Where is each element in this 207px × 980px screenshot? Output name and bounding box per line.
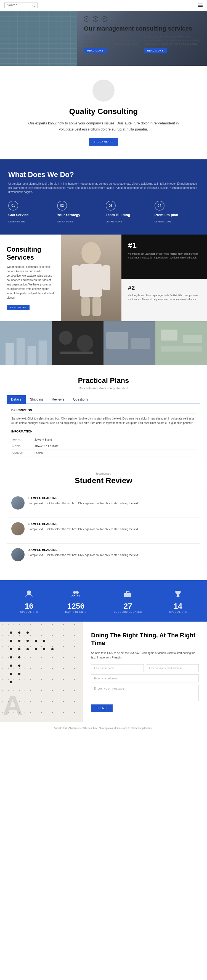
consulting-rank2-text: Vel fringilla est ullamcorper eget nulla… — [128, 294, 201, 301]
gallery-item-3 — [104, 321, 156, 365]
doing-form-name-email-row — [91, 664, 199, 672]
what-card-3-num: 03 — [106, 201, 116, 211]
what-title: What Does We Do? — [8, 170, 199, 179]
svg-point-46 — [18, 656, 21, 659]
svg-rect-12 — [39, 340, 47, 365]
svg-point-34 — [10, 640, 12, 642]
svg-point-38 — [43, 640, 45, 642]
svg-point-49 — [10, 673, 12, 675]
what-card-2-link[interactable]: LEARN MORE — [57, 220, 74, 223]
doing-address-input[interactable] — [91, 675, 199, 682]
svg-rect-5 — [102, 266, 111, 290]
review-content-1: SAMPLE HEADLINE Sample text. Click to se… — [29, 496, 196, 509]
plans-tab-questions[interactable]: Questions — [69, 395, 93, 404]
stat-label-1: SPECIALISTS — [21, 611, 38, 613]
consulting-left: Consulting Services We bring deep, funct… — [0, 235, 61, 321]
svg-point-2 — [82, 242, 101, 264]
what-cards-container: 01 Call Service LEARN MORE 02 Your Strat… — [8, 201, 199, 224]
search-icon — [32, 3, 35, 7]
review-headline-2: SAMPLE HEADLINE — [29, 522, 196, 525]
consulting-rank1-num: #1 — [128, 241, 201, 250]
what-card-2-title: Your Strategy — [57, 213, 101, 217]
what-card-4-title: Premium plan — [154, 213, 199, 217]
doing-form: SUBMIT — [91, 664, 199, 712]
plans-content: DESCRIPTION Sample text. Click to select… — [6, 404, 201, 461]
gallery-section — [0, 321, 207, 365]
stat-item-4: 14 SPECIALISTS — [169, 589, 187, 613]
plans-tab-shipping[interactable]: Shipping — [26, 395, 48, 404]
what-card-3-link[interactable]: LEARN MORE — [106, 220, 122, 223]
plans-section: Practical Plans Duis aute irure dolor in… — [0, 365, 207, 461]
svg-rect-23 — [160, 346, 202, 352]
people-icon — [71, 589, 82, 600]
review-text-1: Sample text. Click to select the text bo… — [29, 501, 196, 506]
svg-point-26 — [76, 591, 79, 594]
svg-point-14 — [58, 331, 72, 345]
trophy-icon — [172, 589, 183, 600]
table-label-model: MODEL — [11, 443, 34, 450]
footer: Sample text. Click to select the text bo… — [0, 722, 207, 735]
search-box[interactable] — [5, 2, 37, 8]
svg-point-42 — [35, 648, 37, 650]
consulting-right: #1 Vel fringilla est ullamcorper eget nu… — [122, 235, 207, 321]
doing-message-textarea[interactable] — [91, 685, 199, 701]
stat-num-1: 16 — [25, 602, 34, 611]
svg-rect-10 — [16, 338, 25, 365]
instagram-link[interactable]: in — [101, 16, 107, 22]
svg-point-15 — [77, 335, 93, 352]
svg-point-37 — [35, 640, 37, 642]
quality-text: Our experts know how to solve your compa… — [22, 120, 185, 132]
doing-name-input[interactable] — [91, 664, 144, 672]
search-input[interactable] — [7, 3, 32, 7]
facebook-link[interactable]: f — [84, 16, 90, 22]
hero-social-links: f t in — [84, 16, 201, 22]
consulting-section: Consulting Services We bring deep, funct… — [0, 235, 207, 321]
svg-rect-19 — [131, 338, 151, 349]
what-card-1-title: Call Service — [8, 213, 53, 217]
what-description: Ut porttitor leo a diam sollicitudin. Tu… — [8, 182, 199, 194]
stat-item-1: 16 SPECIALISTS — [21, 589, 38, 613]
doing-submit-btn[interactable]: SUBMIT — [91, 705, 112, 712]
stat-num-3: 27 — [124, 602, 132, 611]
testimonials-title: Student Review — [6, 476, 201, 485]
plans-description-title: DESCRIPTION — [11, 409, 196, 414]
table-value-model: TBA-210.11.110.01 — [34, 443, 196, 450]
svg-point-47 — [10, 665, 12, 667]
plans-tab-reviews[interactable]: Reviews — [47, 395, 69, 404]
review-content-2: SAMPLE HEADLINE Sample text. Click to se… — [29, 522, 196, 535]
what-card-1-link[interactable]: LEARN MORE — [8, 220, 25, 223]
svg-rect-9 — [5, 343, 14, 365]
stat-label-3: SUCCESSFUL CASES — [114, 611, 142, 613]
review-avatar-1 — [11, 496, 24, 509]
consulting-text: We bring deep, functional expertise, but… — [6, 265, 54, 300]
svg-point-24 — [27, 590, 31, 594]
hamburger-menu[interactable] — [197, 3, 202, 8]
review-avatar-3 — [11, 548, 24, 561]
svg-point-32 — [18, 632, 21, 634]
review-card-3: SAMPLE HEADLINE Sample text. Click to se… — [6, 543, 201, 566]
consulting-rank1-text: Vel fringilla est ullamcorper eget nulla… — [128, 252, 201, 259]
twitter-link[interactable]: t — [93, 16, 98, 22]
what-card-3: 03 Team Building LEARN MORE — [106, 201, 150, 224]
svg-point-41 — [27, 648, 29, 650]
doing-email-input[interactable] — [146, 664, 199, 672]
svg-point-25 — [73, 591, 76, 594]
svg-line-1 — [34, 6, 35, 7]
what-card-4-link[interactable]: LEARN MORE — [154, 220, 171, 223]
doing-text: Sample text. Click to select the text bo… — [91, 651, 199, 660]
svg-point-36 — [27, 640, 29, 642]
stat-label-4: SPECIALISTS — [169, 611, 187, 613]
hero-col2-btn[interactable]: READ MORE — [144, 48, 167, 53]
consulting-read-more-btn[interactable]: READ MORE — [6, 305, 29, 310]
quality-read-more-btn[interactable]: READ MORE — [89, 138, 119, 146]
quality-section: Quality Consulting Our experts know how … — [0, 66, 207, 159]
svg-point-40 — [18, 648, 21, 650]
plans-subtitle: Duis aute irure dolor in reprehenderit — [6, 387, 201, 390]
review-headline-1: SAMPLE HEADLINE — [29, 496, 196, 500]
gallery-item-4 — [156, 321, 207, 365]
hero-col1-btn[interactable]: READ MORE — [84, 48, 107, 53]
plans-tab-details[interactable]: Details — [6, 395, 26, 404]
svg-rect-22 — [183, 335, 202, 343]
review-avatar-2 — [11, 522, 24, 535]
stat-label-2: HAPPY CLIENTS — [65, 611, 87, 613]
